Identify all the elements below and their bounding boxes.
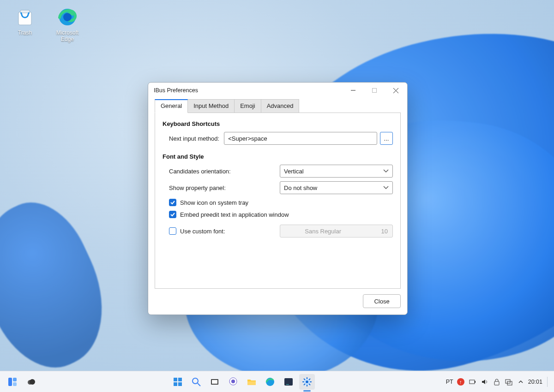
tray-clock[interactable]: 20:01 bbox=[528, 379, 542, 385]
taskbar-taskview-button[interactable] bbox=[207, 374, 223, 390]
svg-rect-20 bbox=[212, 380, 217, 384]
svg-rect-8 bbox=[8, 378, 12, 386]
taskbar-settings-button[interactable] bbox=[299, 374, 315, 390]
taskbar-search-button[interactable] bbox=[188, 374, 204, 390]
svg-rect-9 bbox=[13, 378, 17, 381]
search-icon bbox=[191, 377, 201, 387]
taskbar-edge-button[interactable] bbox=[262, 374, 278, 390]
property-panel-label: Show property panel: bbox=[163, 184, 278, 191]
tray-lock-icon[interactable] bbox=[492, 377, 501, 386]
terminal-icon: _ bbox=[283, 377, 294, 387]
svg-rect-5 bbox=[373, 89, 377, 93]
ibus-preferences-window: IBus Preferences General Input Method Em… bbox=[148, 82, 408, 315]
taskbar: _ PT ↑ 20:01 bbox=[0, 371, 554, 392]
chevron-down-icon bbox=[383, 185, 389, 190]
svg-rect-37 bbox=[470, 380, 475, 384]
svg-rect-13 bbox=[174, 378, 177, 381]
desktop-icon-edge[interactable]: Microsoft Edge bbox=[49, 6, 86, 42]
chat-icon bbox=[228, 377, 238, 387]
start-button[interactable] bbox=[170, 374, 186, 390]
embed-preedit-label: Embed preedit text in application window bbox=[180, 211, 289, 218]
svg-point-22 bbox=[231, 380, 235, 383]
property-panel-select[interactable]: Do not show bbox=[280, 181, 393, 194]
tab-bar: General Input Method Emoji Advanced bbox=[155, 99, 401, 113]
windows-icon bbox=[173, 377, 183, 387]
svg-point-17 bbox=[193, 378, 198, 384]
tab-emoji[interactable]: Emoji bbox=[235, 99, 261, 113]
next-input-more-button[interactable]: ... bbox=[380, 132, 393, 145]
close-button[interactable] bbox=[385, 83, 406, 97]
tray-separator bbox=[547, 377, 548, 387]
close-dialog-button[interactable]: Close bbox=[363, 294, 401, 308]
svg-point-3 bbox=[63, 13, 72, 21]
svg-rect-23 bbox=[247, 381, 256, 385]
show-tray-checkbox[interactable] bbox=[169, 199, 176, 206]
svg-rect-16 bbox=[178, 382, 182, 386]
svg-rect-15 bbox=[174, 382, 177, 386]
tray-language[interactable]: PT bbox=[446, 379, 453, 385]
edge-icon bbox=[265, 377, 275, 387]
svg-point-12 bbox=[30, 379, 35, 385]
svg-text:_: _ bbox=[286, 380, 289, 385]
property-panel-value: Do not show bbox=[284, 184, 317, 191]
taskbar-files-button[interactable] bbox=[244, 374, 259, 390]
svg-rect-0 bbox=[18, 12, 31, 25]
candidates-orientation-label: Candidates orientation: bbox=[163, 168, 278, 175]
trash-icon bbox=[14, 6, 36, 28]
taskbar-weather-button[interactable] bbox=[23, 374, 39, 390]
gear-icon bbox=[302, 377, 312, 387]
window-title: IBus Preferences bbox=[154, 87, 343, 94]
tray-overflow-button[interactable] bbox=[516, 377, 525, 386]
folder-icon bbox=[247, 377, 257, 387]
wallpaper-shape bbox=[0, 187, 127, 385]
section-heading-shortcuts: Keyboard Shortcuts bbox=[163, 120, 393, 127]
custom-font-button: Sans Regular 10 bbox=[280, 225, 393, 238]
desktop-icon-label: Trash bbox=[6, 30, 43, 36]
minimize-button[interactable] bbox=[343, 83, 364, 97]
titlebar[interactable]: IBus Preferences bbox=[148, 83, 407, 98]
desktop-icon-label: Microsoft Edge bbox=[49, 30, 86, 42]
custom-font-label: Use custom font: bbox=[180, 228, 225, 235]
next-input-label: Next input method: bbox=[163, 135, 219, 142]
chevron-down-icon bbox=[383, 168, 389, 174]
svg-line-18 bbox=[198, 383, 200, 386]
svg-point-28 bbox=[306, 380, 308, 383]
next-input-field[interactable] bbox=[224, 132, 377, 145]
desktop-icon-trash[interactable]: Trash bbox=[6, 6, 43, 36]
task-view-icon bbox=[210, 377, 219, 386]
tray-update-icon[interactable]: ↑ bbox=[456, 377, 465, 386]
svg-rect-10 bbox=[13, 382, 17, 386]
custom-font-checkbox[interactable] bbox=[169, 227, 176, 235]
custom-font-name: Sans Regular bbox=[305, 228, 341, 235]
candidates-orientation-value: Vertical bbox=[284, 168, 304, 175]
tray-battery-icon[interactable] bbox=[468, 377, 477, 386]
candidates-orientation-select[interactable]: Vertical bbox=[280, 165, 393, 178]
maximize-button[interactable] bbox=[364, 83, 385, 97]
show-tray-label: Show icon on system tray bbox=[180, 199, 248, 206]
section-heading-font: Font and Style bbox=[163, 153, 393, 160]
taskbar-widgets-button[interactable] bbox=[5, 374, 20, 390]
edge-icon bbox=[57, 6, 78, 28]
tab-general[interactable]: General bbox=[155, 99, 188, 113]
embed-preedit-checkbox[interactable] bbox=[169, 211, 176, 218]
tab-panel-general: Keyboard Shortcuts Next input method: ..… bbox=[155, 113, 401, 289]
svg-rect-14 bbox=[178, 378, 182, 381]
svg-rect-1 bbox=[20, 10, 30, 13]
taskbar-chat-button[interactable] bbox=[225, 374, 241, 390]
tray-network-icon[interactable] bbox=[504, 377, 513, 386]
tab-input-method[interactable]: Input Method bbox=[188, 99, 235, 113]
tray-volume-icon[interactable] bbox=[480, 377, 489, 386]
svg-rect-39 bbox=[494, 381, 499, 385]
svg-rect-38 bbox=[475, 381, 476, 383]
custom-font-size: 10 bbox=[381, 228, 388, 235]
tab-advanced[interactable]: Advanced bbox=[261, 99, 300, 113]
taskbar-terminal-button[interactable]: _ bbox=[281, 374, 296, 390]
